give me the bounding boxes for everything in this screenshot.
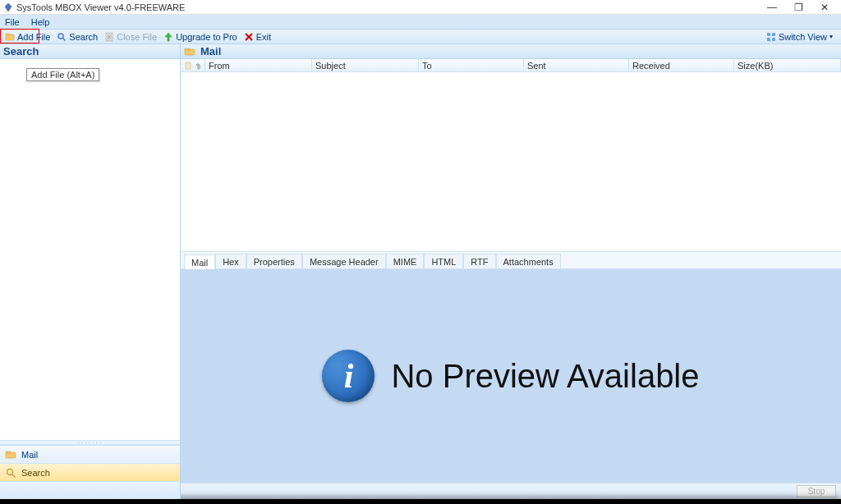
svg-rect-1 (6, 34, 10, 35)
svg-rect-12 (772, 38, 775, 41)
window-titlebar: SysTools MBOX Viewer v4.0-FREEWARE — ❐ ✕ (0, 0, 841, 15)
svg-rect-19 (186, 62, 191, 69)
svg-line-3 (63, 38, 66, 40)
close-file-button[interactable]: Close File (101, 30, 160, 44)
close-file-label: Close File (117, 32, 157, 42)
tab-rtf[interactable]: RTF (463, 254, 495, 268)
nav-item-mail[interactable]: Mail (0, 445, 180, 463)
flag-icon (184, 62, 192, 70)
col-from[interactable]: From (205, 59, 312, 71)
upgrade-button[interactable]: Upgrade to Pro (160, 30, 241, 44)
app-icon (3, 2, 13, 12)
switch-view-button[interactable]: Switch View ▾ (766, 32, 839, 42)
add-file-tooltip: Add File (Alt+A) (26, 68, 99, 81)
right-panel-header: Mail (181, 44, 841, 59)
nav-mail-label: Mail (21, 450, 38, 460)
search-button[interactable]: Search (53, 30, 101, 44)
tab-properties[interactable]: Properties (246, 254, 302, 268)
menubar: File Help (0, 15, 841, 30)
add-file-label: Add File (17, 32, 50, 42)
mail-header-icon (184, 46, 195, 57)
statusbar: Stop (181, 483, 841, 499)
search-nav-icon (5, 467, 16, 479)
add-file-button[interactable]: Add File (2, 30, 53, 44)
tree-view[interactable]: Add File (Alt+A) (0, 59, 180, 440)
col-size[interactable]: Size(KB) (734, 59, 841, 71)
tab-mail[interactable]: Mail (184, 254, 215, 269)
no-preview-text: No Preview Available (391, 358, 699, 395)
window-controls: — ❐ ✕ (764, 2, 838, 13)
nav-search-label: Search (21, 468, 50, 478)
dropdown-arrow-icon: ▾ (830, 33, 833, 40)
svg-line-16 (12, 474, 16, 478)
exit-icon (244, 32, 254, 42)
svg-rect-11 (767, 38, 770, 41)
svg-rect-9 (767, 33, 770, 36)
preview-pane: i No Preview Available (181, 269, 841, 483)
col-to[interactable]: To (419, 59, 524, 71)
col-received[interactable]: Received (629, 59, 734, 71)
switch-view-label: Switch View (779, 32, 827, 42)
search-label: Search (69, 32, 98, 42)
exit-label: Exit (256, 32, 271, 42)
svg-rect-18 (185, 48, 190, 50)
main-area: Search Add File (Alt+A) • • • • • • • Ma… (0, 44, 841, 499)
mail-grid-body[interactable] (181, 72, 841, 251)
mail-folder-icon (5, 449, 16, 460)
menu-file[interactable]: File (5, 17, 20, 27)
svg-rect-14 (6, 451, 11, 453)
tab-hex[interactable]: Hex (215, 254, 246, 268)
tab-attachments[interactable]: Attachments (496, 254, 561, 268)
menu-help[interactable]: Help (31, 17, 50, 27)
nav-section: Mail Search (0, 445, 180, 481)
left-panel: Search Add File (Alt+A) • • • • • • • Ma… (0, 44, 181, 499)
tab-html[interactable]: HTML (424, 254, 463, 268)
svg-rect-10 (772, 33, 775, 36)
attachment-icon (194, 62, 202, 70)
info-icon: i (322, 350, 375, 402)
left-panel-header: Search (0, 44, 180, 59)
right-panel: Mail From Subject To Sent Received Size(… (181, 44, 841, 499)
preview-tabs: Mail Hex Properties Message Header MIME … (181, 251, 841, 269)
tab-message-header[interactable]: Message Header (302, 254, 386, 268)
svg-point-15 (7, 469, 13, 474)
minimize-button[interactable]: — (764, 2, 780, 13)
exit-button[interactable]: Exit (241, 30, 274, 44)
window-title: SysTools MBOX Viewer v4.0-FREEWARE (16, 2, 764, 12)
left-footer (0, 481, 180, 499)
taskbar-edge (0, 499, 841, 504)
view-icon (766, 32, 776, 42)
svg-point-2 (58, 34, 63, 39)
search-icon (57, 32, 67, 42)
col-subject[interactable]: Subject (312, 59, 419, 71)
mail-grid-header: From Subject To Sent Received Size(KB) (181, 59, 841, 72)
upgrade-arrow-icon (163, 32, 173, 42)
close-file-icon (104, 32, 114, 42)
toolbar: Add File Search Close File Upgrade to Pr… (0, 30, 841, 44)
folder-add-icon (5, 32, 15, 42)
nav-item-search[interactable]: Search (0, 463, 180, 481)
maximize-button[interactable]: ❐ (790, 2, 807, 13)
right-header-label: Mail (200, 45, 221, 57)
stop-button[interactable]: Stop (797, 485, 836, 497)
upgrade-label: Upgrade to Pro (176, 32, 237, 42)
tab-mime[interactable]: MIME (386, 254, 425, 268)
close-button[interactable]: ✕ (816, 2, 833, 13)
col-sent[interactable]: Sent (524, 59, 629, 71)
col-status-icons[interactable] (181, 59, 205, 71)
